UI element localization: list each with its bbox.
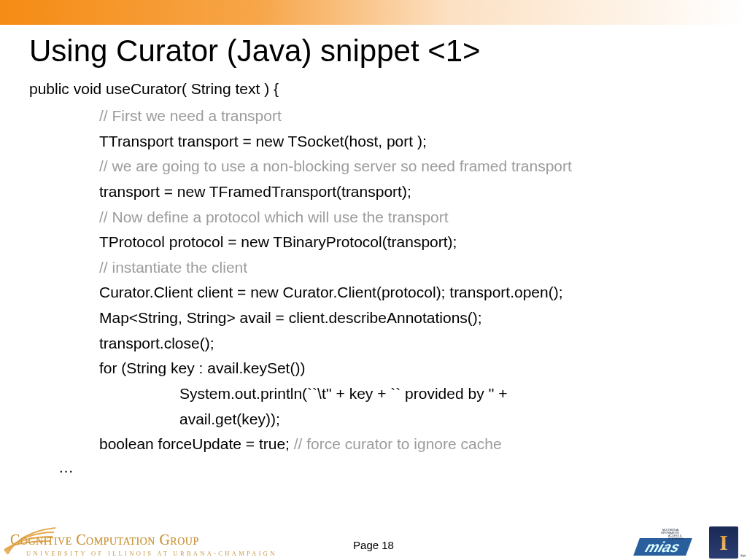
ccg-name: Cognitive Computation Group bbox=[10, 532, 199, 548]
slide-title: Using Curator (Java) snippet <1> bbox=[29, 34, 718, 69]
code-line: System.out.println(``\t'' + key + `` pro… bbox=[99, 381, 718, 407]
code-line: for (String key : avail.keySet()) bbox=[99, 356, 718, 381]
mias-logo: mias MULTIMODAL INFORMATION ACCESS & SYN… bbox=[627, 528, 694, 559]
code-line: boolean forceUpdate = true; // force cur… bbox=[99, 432, 718, 457]
svg-text:SYNTHESIS: SYNTHESIS bbox=[668, 537, 684, 540]
illinois-I-icon: I bbox=[719, 530, 728, 555]
ccg-logo: Cognitive Computation Group UNIVERSITY O… bbox=[4, 525, 347, 559]
code-line: // Now define a protocol which will use … bbox=[99, 205, 718, 230]
code-line: TTransport transport = new TSocket(host,… bbox=[99, 129, 718, 155]
code-line: TProtocol protocol = new TBinaryProtocol… bbox=[99, 230, 718, 255]
slide-footer: Cognitive Computation Group UNIVERSITY O… bbox=[0, 524, 747, 560]
code-line: avail.get(key)); bbox=[99, 407, 718, 432]
ellipsis: … bbox=[29, 459, 718, 476]
illinois-logo: I bbox=[709, 526, 738, 559]
code-line: // instantiate the client bbox=[99, 255, 718, 281]
code-line: Map<String, String> avail = client.descr… bbox=[99, 306, 718, 331]
trademark-icon: ™ bbox=[740, 553, 746, 560]
slide-top-accent bbox=[0, 0, 747, 25]
ccg-subtitle: UNIVERSITY OF ILLINOIS AT URBANA-CHAMPAI… bbox=[26, 550, 277, 557]
page-number: Page 18 bbox=[353, 539, 394, 551]
code-line: // First we need a transport bbox=[99, 104, 718, 129]
method-signature: public void useCurator( String text ) { bbox=[29, 80, 718, 98]
code-block: // First we need a transportTTransport t… bbox=[29, 104, 718, 457]
slide-content: Using Curator (Java) snippet <1> public … bbox=[0, 25, 747, 476]
code-line: // we are going to use a non-blocking se… bbox=[99, 154, 718, 179]
code-line: transport.close(); bbox=[99, 331, 718, 357]
code-line: Curator.Client client = new Curator.Clie… bbox=[99, 280, 718, 306]
mias-text: mias bbox=[643, 539, 683, 555]
code-line: transport = new TFramedTransport(transpo… bbox=[99, 179, 718, 205]
